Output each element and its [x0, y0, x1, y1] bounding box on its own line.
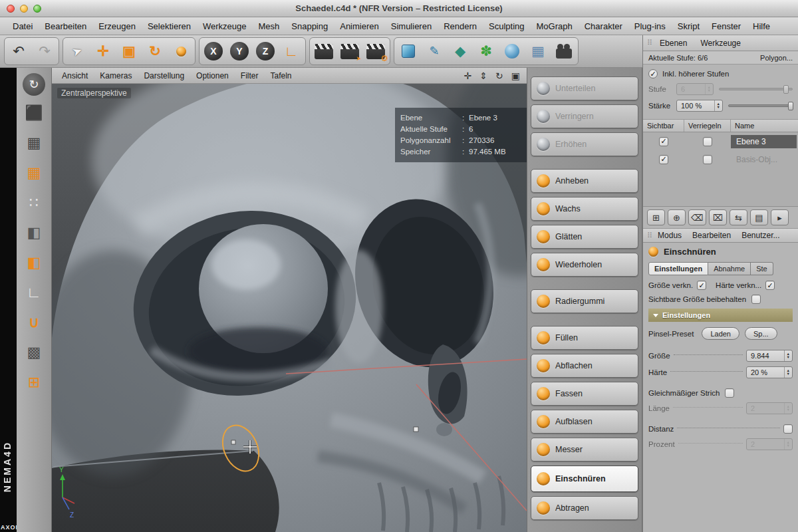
quantize-grid-icon[interactable]: ⊞ — [21, 370, 47, 395]
points-mode-icon[interactable]: ∷ — [21, 190, 47, 215]
camera-button[interactable] — [551, 39, 577, 63]
vp-menu-kameras[interactable]: Kameras — [94, 71, 138, 80]
pan-view-icon[interactable]: ✛ — [464, 70, 472, 81]
include-higher-levels-checkbox[interactable] — [648, 69, 658, 78]
snap-magnet-icon[interactable]: ∪ — [21, 310, 47, 335]
menu-selektieren[interactable]: Selektieren — [142, 21, 197, 31]
generators-button[interactable]: ◆ — [448, 39, 473, 63]
menu-fenster[interactable]: Fenster — [706, 21, 747, 31]
layer-name[interactable]: Ebene 3 — [731, 135, 797, 148]
tool-fuellen[interactable]: Füllen — [531, 326, 638, 350]
add-layer-button[interactable]: ⊞ — [647, 209, 665, 225]
panel-grip-icon[interactable]: ⠿ — [647, 231, 652, 240]
model-mode-icon[interactable]: ⬛ — [21, 100, 47, 126]
hardness-link-checkbox[interactable] — [765, 281, 775, 290]
metaball-button[interactable] — [499, 39, 525, 63]
staerke-field[interactable]: 100 %▲▼ — [676, 100, 723, 112]
spline-pen-button[interactable]: ✎ — [422, 39, 447, 63]
vp-menu-filter[interactable]: Filter — [235, 71, 265, 80]
lock-y-axis-button[interactable]: Y — [227, 39, 252, 63]
stufe-field[interactable]: 6▲▼ — [676, 83, 714, 95]
menu-werkzeuge[interactable]: Werkzeuge — [197, 21, 253, 31]
tool-fassen[interactable]: Fassen — [531, 382, 638, 406]
rotate-tool[interactable]: ↻ — [142, 39, 168, 63]
tab-ebenen[interactable]: Ebenen — [654, 39, 692, 48]
lock-z-axis-button[interactable]: Z — [253, 39, 278, 63]
distance-checkbox[interactable] — [783, 424, 793, 434]
workplane-mode-icon[interactable]: ▦ — [21, 160, 47, 186]
attr-menu-modus[interactable]: Modus — [653, 231, 686, 240]
staerke-slider[interactable] — [728, 104, 793, 107]
live-selection-tool[interactable]: ➤ — [61, 36, 93, 67]
tool-messer[interactable]: Messer — [531, 438, 638, 462]
vp-menu-darstellung[interactable]: Darstellung — [138, 71, 190, 80]
clear-layer-button[interactable]: ⌧ — [709, 209, 727, 225]
swap-layers-button[interactable]: ⇆ — [730, 209, 747, 225]
settings-group-header[interactable]: Einstellungen — [648, 309, 793, 322]
menu-erzeugen[interactable]: Erzeugen — [92, 21, 142, 31]
tool-abtragen[interactable]: Abtragen — [531, 496, 638, 520]
menu-plugins[interactable]: Plug-ins — [628, 21, 672, 31]
menu-simulieren[interactable]: Simulieren — [385, 21, 438, 31]
tool-verringern[interactable]: Verringern — [531, 104, 638, 128]
viewport-canvas[interactable]: Y Z Zentralperspektive Ebene:Ebene 3 Akt… — [52, 84, 527, 532]
vp-menu-ansicht[interactable]: Ansicht — [56, 71, 94, 80]
locked-workplane-icon[interactable]: ▩ — [21, 340, 47, 365]
menu-bearbeiten[interactable]: Bearbeiten — [39, 21, 92, 31]
tab-stempel[interactable]: Ste — [751, 262, 773, 275]
tool-unterteilen[interactable]: Unterteilen — [531, 76, 638, 100]
steady-stroke-checkbox[interactable] — [725, 388, 734, 398]
panel-grip-icon[interactable]: ⠿ — [647, 39, 652, 47]
rotate-view-icon[interactable]: ↻ — [495, 70, 503, 81]
edges-mode-icon[interactable]: ◧ — [21, 220, 47, 245]
redo-button[interactable]: ↷ — [32, 39, 57, 63]
convert-mode-icon[interactable]: ↻ — [23, 73, 45, 96]
move-tool[interactable]: ✛ — [90, 39, 116, 63]
menu-mesh[interactable]: Mesh — [252, 21, 285, 31]
scale-tool[interactable]: ▣ — [116, 39, 142, 63]
preset-load-button[interactable]: Laden — [702, 327, 739, 340]
layer-visible-checkbox[interactable] — [659, 137, 668, 146]
layer-row-basis[interactable]: Basis-Obj... — [643, 150, 798, 168]
menu-rendern[interactable]: Rendern — [438, 21, 483, 31]
tool-wiederholen[interactable]: Wiederholen — [531, 253, 638, 277]
attr-menu-bearbeiten[interactable]: Bearbeiten — [688, 231, 735, 240]
more-layers-button[interactable]: ▸ — [771, 209, 789, 225]
attr-menu-benutzer[interactable]: Benutzer... — [737, 231, 784, 240]
tool-wachs[interactable]: Wachs — [531, 197, 638, 221]
menu-hilfe[interactable]: Hilfe — [747, 21, 776, 31]
zoom-view-icon[interactable]: ⇕ — [479, 70, 487, 81]
tool-abflachen[interactable]: Abflachen — [531, 354, 638, 378]
add-folder-button[interactable]: ⊕ — [668, 209, 686, 225]
close-window-button[interactable] — [7, 5, 15, 13]
add-cube-button[interactable] — [396, 39, 421, 63]
stufe-slider[interactable] — [719, 88, 793, 90]
menu-mograph[interactable]: MoGraph — [531, 21, 579, 31]
menu-skript[interactable]: Skript — [672, 21, 706, 31]
render-settings-button[interactable] — [363, 39, 388, 63]
lock-x-axis-button[interactable]: X — [201, 39, 226, 63]
vp-menu-tafeln[interactable]: Tafeln — [264, 71, 297, 80]
tool-aufblasen[interactable]: Aufblasen — [531, 410, 638, 434]
menu-datei[interactable]: Datei — [7, 21, 39, 31]
zoom-window-button[interactable] — [33, 5, 41, 13]
flatten-layers-button[interactable]: ▤ — [750, 209, 768, 225]
delete-layer-button[interactable]: ⌫ — [688, 209, 706, 225]
tab-abnahme[interactable]: Abnahme — [708, 262, 751, 275]
col-sichtbar[interactable]: Sichtbar — [643, 120, 684, 132]
tab-einstellungen[interactable]: Einstellungen — [648, 262, 708, 275]
coordinate-system-button[interactable]: ∟ — [279, 39, 304, 63]
size-link-checkbox[interactable] — [697, 281, 706, 290]
tool-anheben[interactable]: Anheben — [531, 169, 638, 193]
toggle-view-icon[interactable]: ▣ — [511, 70, 520, 81]
menu-sculpting[interactable]: Sculpting — [483, 21, 530, 31]
menu-animieren[interactable]: Animieren — [334, 21, 385, 31]
menu-snapping[interactable]: Snapping — [285, 21, 334, 31]
render-picture-viewer-button[interactable] — [337, 39, 362, 63]
minimize-window-button[interactable] — [20, 5, 28, 13]
tool-radiergummi[interactable]: Radiergummi — [531, 289, 638, 313]
menu-charakter[interactable]: Charakter — [579, 21, 628, 31]
floor-button[interactable]: ▦ — [525, 39, 551, 63]
tab-werkzeuge[interactable]: Werkzeuge — [695, 39, 745, 48]
layer-row-ebene3[interactable]: Ebene 3 — [643, 132, 798, 150]
